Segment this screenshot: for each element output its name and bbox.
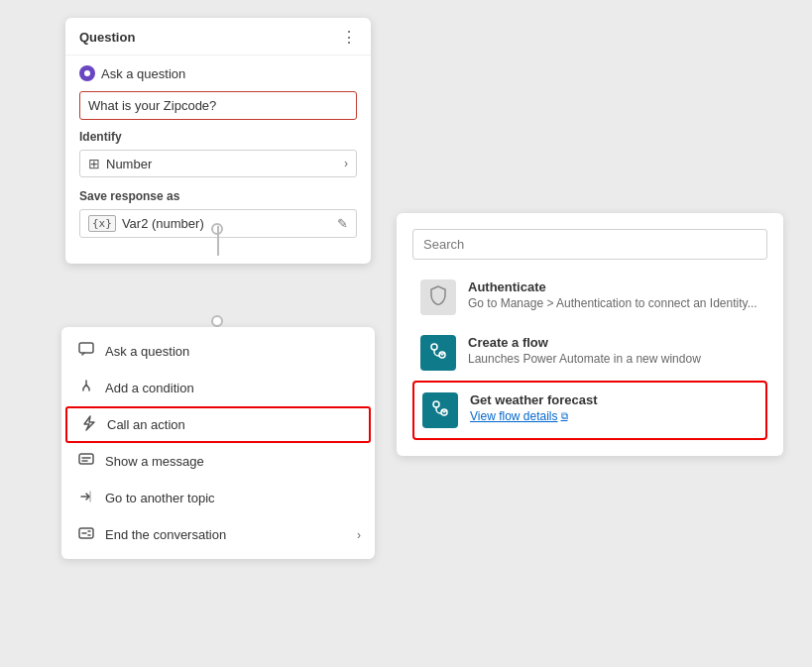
go-to-topic-label: Go to another topic	[105, 491, 215, 505]
svg-point-5	[433, 401, 439, 407]
connector-dot-bottom	[211, 315, 223, 327]
create-flow-icon-wrap	[420, 335, 456, 371]
authenticate-desc: Go to Manage > Authentication to connect…	[468, 296, 759, 310]
panel-item-authenticate[interactable]: Authenticate Go to Manage > Authenticati…	[412, 270, 767, 325]
var-text: Var2 (number)	[122, 216, 331, 231]
authenticate-title: Authenticate	[468, 279, 759, 294]
menu-item-ask-question[interactable]: Ask a question	[61, 333, 375, 370]
identify-row[interactable]: ⊞ Number ›	[79, 150, 357, 177]
add-condition-label: Add a condition	[105, 381, 194, 395]
branch-icon	[77, 379, 95, 397]
menu-item-end-conversation[interactable]: End the conversation ›	[61, 516, 375, 553]
create-flow-title: Create a flow	[468, 335, 759, 350]
view-flow-link[interactable]: View flow details ⧉	[470, 409, 568, 423]
svg-rect-0	[79, 343, 93, 353]
weather-flow-icon	[431, 399, 449, 421]
end-conversation-label: End the conversation	[105, 527, 226, 542]
lightning-icon	[79, 415, 97, 434]
show-message-label: Show a message	[105, 454, 204, 469]
menu-item-call-action[interactable]: Call an action	[65, 406, 371, 443]
shield-icon	[429, 285, 447, 309]
identify-label: Identify	[79, 130, 357, 144]
card-header: Question ⋮	[65, 18, 371, 56]
ask-question-label: Ask a question	[105, 344, 189, 359]
var-icon: {x}	[88, 215, 116, 232]
get-weather-text: Get weather forecast View flow details ⧉	[470, 392, 757, 423]
message-icon	[77, 452, 95, 471]
create-flow-text: Create a flow Launches Power Automate in…	[468, 335, 759, 366]
identify-chevron: ›	[344, 157, 348, 170]
redirect-icon	[77, 489, 95, 507]
number-icon: ⊞	[88, 156, 100, 171]
end-icon	[77, 525, 95, 544]
action-menu-card: Ask a question Add a condition Call an a…	[61, 327, 375, 559]
authenticate-icon-wrap	[420, 279, 456, 315]
panel-item-create-flow[interactable]: Create a flow Launches Power Automate in…	[412, 325, 767, 381]
save-response-label: Save response as	[79, 189, 357, 203]
edit-icon[interactable]: ✎	[337, 216, 348, 231]
call-action-label: Call an action	[107, 417, 185, 432]
flow-icon	[429, 342, 447, 364]
ask-icon	[79, 65, 95, 81]
question-input[interactable]	[79, 91, 357, 120]
create-flow-desc: Launches Power Automate in a new window	[468, 352, 759, 366]
authenticate-text: Authenticate Go to Manage > Authenticati…	[468, 279, 759, 310]
search-input[interactable]	[412, 229, 767, 260]
ask-question-row: Ask a question	[79, 65, 357, 81]
get-weather-title: Get weather forecast	[470, 392, 757, 407]
menu-item-go-to-topic[interactable]: Go to another topic	[61, 480, 375, 516]
card-body: Ask a question Identify ⊞ Number › Save …	[65, 56, 371, 248]
card-title: Question	[79, 30, 135, 45]
identify-left: ⊞ Number	[88, 156, 152, 171]
get-weather-icon-wrap	[422, 392, 458, 428]
menu-item-show-message[interactable]: Show a message	[61, 443, 375, 480]
speech-bubble-icon	[77, 342, 95, 361]
card-menu-icon[interactable]: ⋮	[341, 28, 357, 47]
external-link-icon: ⧉	[561, 410, 568, 422]
svg-rect-1	[79, 454, 93, 464]
get-weather-desc: View flow details ⧉	[470, 409, 757, 423]
ask-question-label: Ask a question	[101, 66, 185, 81]
connector-line	[217, 226, 219, 256]
menu-item-add-condition[interactable]: Add a condition	[61, 370, 375, 406]
canvas: Question ⋮ Ask a question Identify ⊞ Num…	[0, 0, 812, 667]
right-panel: Authenticate Go to Manage > Authenticati…	[397, 213, 783, 456]
identify-text: Number	[106, 157, 152, 171]
svg-point-3	[431, 344, 437, 350]
end-conversation-chevron: ›	[357, 528, 361, 542]
panel-item-get-weather[interactable]: Get weather forecast View flow details ⧉	[412, 381, 767, 440]
